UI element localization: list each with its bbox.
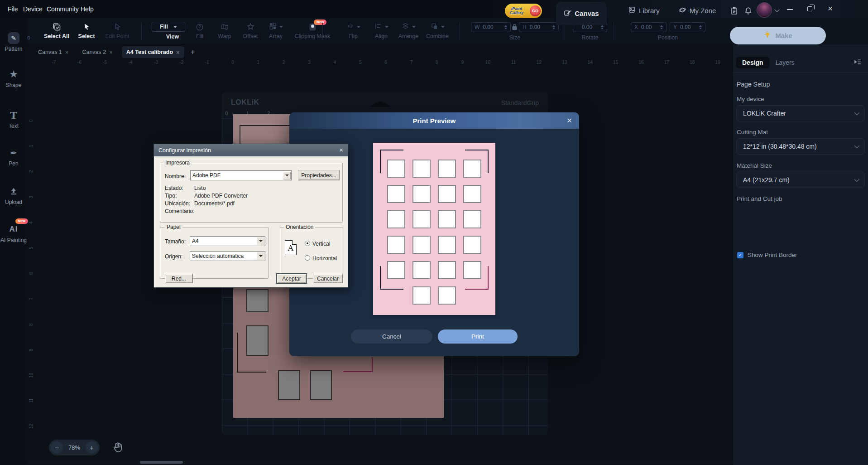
stepper-icon[interactable] <box>601 25 604 29</box>
print-square <box>387 236 405 254</box>
sidebar-item-upload[interactable]: Upload <box>0 185 27 206</box>
height-input[interactable]: H 0.00 <box>519 22 559 32</box>
window-restore-button[interactable] <box>807 6 812 11</box>
zoom-in-button[interactable]: + <box>86 441 98 454</box>
close-tab-icon[interactable]: × <box>65 49 69 56</box>
notifications-bell-icon[interactable] <box>744 6 753 17</box>
close-tab-icon[interactable]: × <box>109 49 113 56</box>
y-value: 0.00 <box>680 24 696 30</box>
ipaint-gallery-badge[interactable]: iPaint Gallery GO <box>505 4 542 18</box>
lock-ratio-icon[interactable] <box>512 23 518 33</box>
canvas-shape[interactable] <box>310 370 332 400</box>
ruler-number: 7 <box>398 60 424 65</box>
add-tab-button[interactable]: + <box>191 48 195 57</box>
caret-down-icon <box>173 26 177 28</box>
printer-group-label: Impresora <box>163 160 192 166</box>
type-value: Adobe PDF Converter <box>194 193 248 199</box>
pan-hand-icon[interactable] <box>112 441 123 455</box>
chevron-down-icon <box>854 177 859 182</box>
canvas-tab-a4-test[interactable]: A4 Test calibrado × <box>122 46 184 58</box>
device-dropdown[interactable]: LOKLiK Crafter <box>736 105 865 121</box>
caret-down-icon <box>279 26 283 28</box>
cancel-button[interactable]: Cancelar <box>313 274 343 283</box>
network-button[interactable]: Red... <box>165 274 193 283</box>
tab-canvas[interactable]: Canvas <box>556 2 607 25</box>
canvas-shape[interactable] <box>246 325 269 356</box>
mat-notch <box>370 101 391 107</box>
chevron-down-icon <box>854 110 859 115</box>
stepper-icon[interactable] <box>552 25 555 29</box>
make-button[interactable]: Make <box>730 27 826 44</box>
dialog-close-button[interactable]: × <box>339 146 343 154</box>
canvas-shape[interactable] <box>246 289 269 312</box>
edit-point-button: Edit Point <box>97 21 138 39</box>
canvas-shape[interactable] <box>278 370 300 400</box>
combo-arrow-icon[interactable] <box>257 237 264 245</box>
window-close-button[interactable]: × <box>828 4 833 14</box>
panel-tab-layers[interactable]: Layers <box>776 59 795 66</box>
horizontal-scrollbar[interactable] <box>27 460 732 464</box>
zoom-out-button[interactable]: − <box>51 441 63 454</box>
properties-button[interactable]: Propiedades... <box>298 170 340 180</box>
scrollbar-thumb[interactable] <box>140 461 183 464</box>
stepper-icon[interactable] <box>699 25 702 29</box>
paper-group-label: Papel <box>165 224 182 230</box>
sidebar-item-shape[interactable]: ★ Shape <box>0 68 27 89</box>
status-value: Listo <box>194 185 206 191</box>
cutting-mat-dropdown[interactable]: 12*12 in (30.48*30.48 cm) <box>736 138 865 155</box>
menu-community[interactable]: Community <box>47 5 79 13</box>
stepper-icon[interactable] <box>504 25 507 29</box>
ruler-number: 1 <box>245 60 271 65</box>
x-position-input[interactable]: X 0.00 <box>631 22 667 32</box>
ruler-number: 7 <box>27 295 43 302</box>
user-avatar[interactable] <box>757 2 772 18</box>
paper-size-select[interactable]: A4 <box>190 236 265 246</box>
close-tab-icon[interactable]: × <box>176 49 180 56</box>
ok-button[interactable]: Aceptar <box>277 274 307 283</box>
canvas-tab-1[interactable]: Canvas 1 × <box>34 46 73 58</box>
window-minimize-button[interactable] <box>787 9 793 10</box>
menu-file[interactable]: File <box>8 5 18 13</box>
panel-tab-design[interactable]: Design <box>736 57 769 68</box>
position-group-label: Position <box>645 34 691 41</box>
registration-mark <box>237 372 266 373</box>
vertical-radio[interactable] <box>305 241 310 246</box>
paper-source-select[interactable]: Selección automática <box>190 251 265 261</box>
ai-icon: AI <box>0 223 27 236</box>
sidebar-label: AI Painting <box>0 237 27 244</box>
width-input[interactable]: W 0.00 <box>471 22 511 32</box>
sidebar-item-pattern[interactable]: ✎ Pattern <box>0 32 27 53</box>
show-print-border-checkbox[interactable]: ✓ <box>737 252 743 258</box>
combo-arrow-icon[interactable] <box>257 252 264 260</box>
sidebar-item-text[interactable]: T Text <box>0 109 27 130</box>
go-button[interactable]: GO <box>530 5 541 16</box>
y-position-input[interactable]: Y 0.00 <box>670 22 705 32</box>
orders-icon[interactable] <box>730 6 739 17</box>
print-square <box>438 286 456 305</box>
dialog-titlebar[interactable]: Configurar impresión <box>154 144 348 156</box>
sidebar-item-pen[interactable]: ✒ Pen <box>0 146 27 167</box>
print-preview-close-button[interactable]: × <box>567 116 572 126</box>
print-square <box>387 210 405 228</box>
ruler-left: 0123456789101112 <box>27 44 34 465</box>
panel-collapse-icon[interactable] <box>854 58 862 67</box>
sidebar-item-ai-painting[interactable]: New AI AI Painting <box>0 223 27 244</box>
preview-cancel-button[interactable]: Cancel <box>351 329 432 344</box>
canvas-tab-2[interactable]: Canvas 2 × <box>77 46 117 58</box>
material-size-dropdown[interactable]: A4 (21x29.7 cm) <box>736 172 865 188</box>
tab-library[interactable]: Library <box>628 6 660 15</box>
ruler-number: 19 <box>705 60 730 65</box>
height-label: H <box>523 24 527 30</box>
printer-name-select[interactable]: Adobe PDF <box>190 170 292 180</box>
horizontal-radio[interactable] <box>305 255 310 261</box>
menu-device[interactable]: Device <box>23 5 43 13</box>
ruler-number: 2 <box>271 60 296 65</box>
library-icon <box>628 6 636 15</box>
print-square <box>387 185 405 203</box>
stepper-icon[interactable] <box>660 25 663 29</box>
menu-help[interactable]: Help <box>81 5 94 13</box>
combo-arrow-icon[interactable] <box>283 171 291 179</box>
preview-print-button[interactable]: Print <box>438 329 518 344</box>
caret-down-icon <box>441 26 445 28</box>
tab-my-zone[interactable]: My Zone <box>678 6 716 15</box>
